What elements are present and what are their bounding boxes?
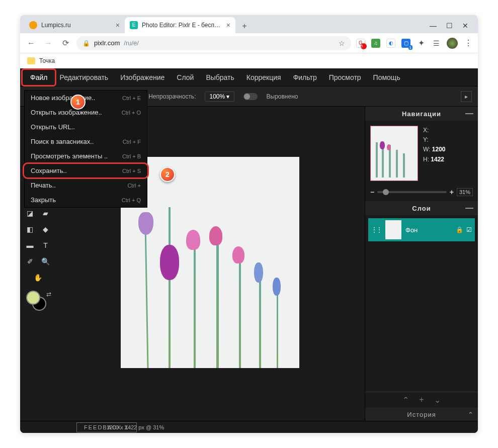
bookmarks-bar: Точка: [20, 53, 478, 68]
annotation-callout-2: 2: [160, 167, 175, 182]
expand-icon[interactable]: ⌃: [468, 411, 474, 418]
layer-row[interactable]: ⋮⋮ Фон 🔒 ☑: [368, 218, 475, 241]
menu-item-save[interactable]: Сохранить..Ctrl + S: [25, 163, 147, 178]
menu-help[interactable]: Помощь: [367, 70, 406, 84]
menu-icon[interactable]: ⋮: [464, 39, 473, 48]
bookmark-item[interactable]: Точка: [39, 57, 55, 64]
forward-button[interactable]: →: [42, 39, 54, 48]
collapse-icon[interactable]: —: [465, 109, 474, 118]
folder-icon: [27, 57, 35, 64]
zoom-in-button[interactable]: +: [450, 188, 454, 196]
menu-item-open[interactable]: Открыть изображение..Ctrl + O: [25, 105, 147, 120]
expand-panel-icon[interactable]: ▸: [461, 91, 472, 102]
annotation-callout-1: 1: [70, 95, 86, 110]
reading-list-icon[interactable]: ☰: [432, 39, 441, 48]
menu-edit[interactable]: Редактировать: [53, 70, 114, 84]
collapse-icon[interactable]: —: [465, 204, 474, 213]
nav-thumbnail[interactable]: [370, 126, 418, 181]
browser-tab-2[interactable]: E Photo Editor: Pixlr E - бесплатны ×: [125, 17, 235, 33]
close-icon[interactable]: ×: [116, 21, 120, 29]
layer-down-icon[interactable]: ⌄: [434, 395, 441, 405]
extension-icons: G5 ♫ ◐ ▢1 ✦ ☰ ⋮: [356, 38, 473, 49]
layer-name: Фон: [405, 226, 418, 234]
add-layer-icon[interactable]: +: [419, 395, 424, 405]
ext-icon[interactable]: G5: [356, 39, 365, 48]
canvas[interactable]: [121, 157, 299, 368]
menu-filter[interactable]: Фильтр: [287, 70, 323, 84]
tab-favicon: [29, 21, 37, 29]
minimize-icon[interactable]: —: [430, 22, 437, 29]
reload-button[interactable]: ⟳: [59, 38, 71, 48]
hand-tool-icon[interactable]: ✋: [23, 271, 52, 285]
shape-tool-icon[interactable]: ◆: [39, 222, 52, 236]
zoom-value[interactable]: 31%: [457, 188, 473, 196]
aligned-label: Выровнено: [267, 93, 298, 100]
tab-favicon: E: [130, 21, 138, 29]
nav-info: X: Y: W: 1200 H: 1422: [423, 126, 446, 181]
annotation-highlight: [21, 68, 56, 86]
annotation-highlight: [23, 162, 149, 179]
close-window-icon[interactable]: ✕: [462, 22, 469, 29]
layer-thumbnail: [385, 220, 401, 239]
foreground-swatch[interactable]: [26, 291, 40, 305]
status-info: 1200 x 1422 px @ 31%: [107, 424, 164, 430]
close-icon[interactable]: ×: [226, 21, 230, 29]
lock-icon: 🔒: [82, 40, 90, 47]
address-bar[interactable]: 🔒 pixlr.com/ru/e/ ☆: [76, 36, 351, 50]
file-menu-dropdown: Новое изображение..Ctrl + E Открыть изоб…: [24, 90, 147, 208]
ext-icon[interactable]: ▢1: [401, 39, 410, 48]
zoom-slider[interactable]: [377, 191, 447, 193]
extensions-icon[interactable]: ✦: [417, 39, 426, 48]
menu-item-print[interactable]: Печать..Ctrl +: [25, 178, 147, 193]
browser-titlebar: Lumpics.ru × E Photo Editor: Pixlr E - б…: [20, 15, 478, 33]
menu-file[interactable]: Файл: [24, 70, 53, 84]
nav-panel-header: Навигации —: [365, 107, 478, 121]
menu-item-search-stock[interactable]: Поиск в запасниках..Ctrl + F: [25, 134, 147, 149]
browser-tab-1[interactable]: Lumpics.ru ×: [24, 17, 125, 33]
menu-item-browse[interactable]: Просмотреть элементы ..Ctrl + B: [25, 149, 147, 163]
zoom-out-button[interactable]: −: [370, 188, 374, 196]
app-menubar: Файл Редактировать Изображение Слой Выбр…: [20, 68, 478, 86]
menu-image[interactable]: Изображение: [114, 70, 171, 84]
eraser-tool-icon[interactable]: ◪: [23, 206, 37, 220]
side-panel: Навигации — X: Y:: [365, 107, 478, 421]
profile-avatar[interactable]: [447, 38, 458, 49]
menu-item-close[interactable]: ЗакрытьCtrl + Q: [25, 193, 147, 207]
status-bar: FEEDBACK X 1200 x 1422 px @ 31%: [20, 421, 478, 433]
back-button[interactable]: ←: [25, 39, 37, 48]
menu-adjust[interactable]: Коррекция: [240, 70, 287, 84]
swap-colors-icon[interactable]: ⇄: [46, 291, 51, 298]
ext-icon[interactable]: ◐: [386, 39, 395, 48]
new-tab-button[interactable]: +: [237, 19, 252, 33]
lock-icon[interactable]: 🔒: [456, 226, 463, 233]
eyedropper-tool-icon[interactable]: ✐: [23, 254, 37, 268]
layer-up-icon[interactable]: ⌃: [402, 395, 409, 405]
tab-title: Photo Editor: Pixlr E - бесплатны: [142, 22, 222, 29]
browser-toolbar: ← → ⟳ 🔒 pixlr.com/ru/e/ ☆ G5 ♫ ◐ ▢1 ✦ ☰ …: [20, 33, 478, 53]
menu-select[interactable]: Выбрать: [200, 70, 240, 84]
fill-tool-icon[interactable]: ▰: [39, 206, 52, 220]
opacity-value[interactable]: 100% ▾: [205, 92, 234, 102]
text-tool-icon[interactable]: T: [39, 238, 52, 252]
drag-handle-icon[interactable]: ⋮⋮: [371, 226, 381, 233]
aligned-toggle[interactable]: [243, 93, 258, 100]
visibility-icon[interactable]: ☑: [466, 226, 472, 233]
bucket-tool-icon[interactable]: ▬: [23, 238, 37, 252]
color-swatches[interactable]: ⇄: [23, 291, 52, 316]
ext-icon[interactable]: ♫: [371, 39, 380, 48]
tab-title: Lumpics.ru: [41, 22, 71, 29]
history-panel-header[interactable]: История ⌃: [365, 408, 478, 421]
opacity-label: Непрозрачность:: [148, 93, 196, 100]
url-domain: pixlr.com: [94, 39, 120, 47]
layers-panel-header: Слои —: [365, 201, 478, 215]
maximize-icon[interactable]: ☐: [446, 22, 453, 29]
layers-footer: ⌃ + ⌄: [365, 392, 478, 408]
bookmark-star-icon[interactable]: ☆: [339, 39, 345, 47]
menu-view[interactable]: Просмотр: [323, 70, 367, 84]
menu-item-open-url[interactable]: Открыть URL..: [25, 120, 147, 134]
menu-item-new[interactable]: Новое изображение..Ctrl + E: [25, 91, 147, 105]
zoom-tool-icon[interactable]: 🔍: [39, 254, 52, 268]
gradient-tool-icon[interactable]: ◧: [23, 222, 37, 236]
url-path: /ru/e/: [124, 39, 139, 47]
menu-layer[interactable]: Слой: [171, 70, 200, 84]
